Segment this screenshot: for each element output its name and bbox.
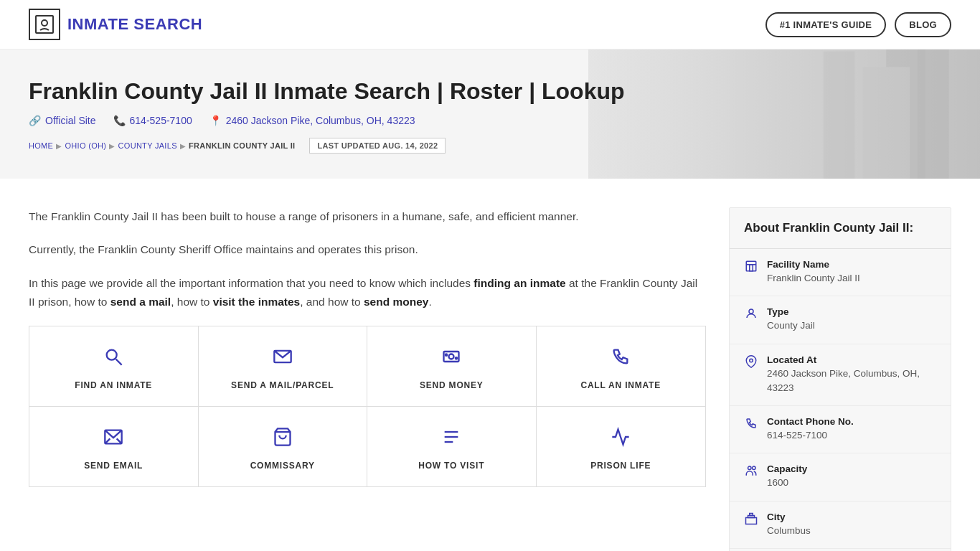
link-icon: 🔗	[29, 115, 41, 126]
prison-life-label: PRISON LIFE	[590, 461, 651, 471]
breadcrumb-home[interactable]: HOME	[29, 141, 53, 150]
about-located-at-icon	[744, 355, 758, 372]
send-mail-icon	[273, 347, 293, 372]
official-site-label: Official Site	[45, 115, 96, 126]
svg-line-7	[116, 359, 122, 365]
para3-bold4: send money	[364, 296, 428, 308]
svg-point-6	[107, 350, 117, 360]
official-site-link[interactable]: 🔗 Official Site	[29, 115, 96, 126]
find-inmate-label: FIND AN INMATE	[75, 380, 152, 390]
svg-point-12	[446, 354, 447, 356]
breadcrumb-sep2: ▶	[109, 142, 115, 150]
action-send-money[interactable]: SEND MONEY	[367, 326, 537, 407]
guide-button[interactable]: #1 INMATE'S GUIDE	[765, 12, 887, 37]
svg-point-25	[750, 359, 753, 362]
paragraph-1: The Franklin County Jail II has been bui…	[29, 207, 706, 226]
breadcrumb-sep1: ▶	[56, 142, 62, 150]
about-row-facility-name: Facility NameFranklin County Jail II	[730, 249, 951, 296]
para3-end: .	[428, 296, 431, 308]
action-commissary[interactable]: COMMISSARY	[199, 407, 368, 486]
main-layout: The Franklin County Jail II has been bui…	[0, 179, 980, 551]
hero-background	[588, 50, 980, 179]
about-rows: Facility NameFranklin County Jail IIType…	[730, 249, 951, 551]
phone-link[interactable]: 📞 614-525-7100	[113, 115, 192, 126]
how-to-visit-label: HOW TO VISIT	[418, 461, 484, 471]
send-mail-label: SEND A MAIL/PARCEL	[231, 380, 334, 390]
about-phone-content: Contact Phone No.614-525-7100	[767, 416, 854, 443]
last-updated-badge: LAST UPDATED AUG. 14, 2022	[309, 138, 446, 154]
about-located-at-content: Located At2460 Jackson Pike, Columbus, O…	[767, 354, 936, 396]
action-grid: FIND AN INMATESEND A MAIL/PARCELSEND MON…	[29, 326, 706, 487]
svg-rect-22	[750, 265, 753, 271]
svg-point-26	[748, 466, 752, 470]
about-facility-name-content: Facility NameFranklin County Jail II	[767, 259, 860, 286]
svg-rect-9	[444, 352, 459, 362]
about-box-header: About Franklin County Jail II:	[730, 208, 951, 249]
page-title: Franklin County Jail II Inmate Search | …	[29, 78, 951, 105]
logo-area[interactable]: INMATE SEARCH	[29, 9, 202, 40]
how-to-visit-icon	[441, 427, 461, 452]
about-city-label: City	[767, 512, 811, 522]
breadcrumb-ohio[interactable]: OHIO (OH)	[65, 141, 107, 150]
about-row-located-at: Located At2460 Jackson Pike, Columbus, O…	[730, 344, 951, 407]
site-header: INMATE SEARCH #1 INMATE'S GUIDE BLOG	[0, 0, 980, 50]
about-city-content: CityColumbus	[767, 512, 811, 538]
send-email-icon	[103, 427, 123, 452]
about-city-value: Columbus	[767, 524, 811, 538]
send-money-label: SEND MONEY	[420, 380, 484, 390]
para3-start: In this page we provide all the importan…	[29, 277, 473, 289]
about-capacity-icon	[744, 464, 758, 481]
svg-rect-28	[746, 517, 757, 524]
about-capacity-value: 1600	[767, 476, 807, 490]
about-row-city: CityColumbus	[730, 501, 951, 549]
logo-text: INMATE SEARCH	[67, 15, 202, 34]
svg-point-24	[749, 309, 753, 314]
svg-point-27	[753, 466, 756, 470]
commissary-icon	[273, 427, 293, 452]
svg-point-13	[456, 358, 457, 359]
about-located-at-label: Located At	[767, 354, 936, 365]
hero-meta: 🔗 Official Site 📞 614-525-7100 📍 2460 Ja…	[29, 115, 951, 126]
action-send-email[interactable]: SEND EMAIL	[29, 407, 199, 486]
phone-icon: 📞	[113, 115, 126, 126]
about-city-icon	[744, 512, 758, 529]
breadcrumb-sep3: ▶	[180, 142, 186, 150]
svg-point-1	[42, 20, 47, 26]
hero-section: Franklin County Jail II Inmate Search | …	[0, 50, 980, 179]
about-row-type: TypeCounty Jail	[730, 296, 951, 344]
hero-address: 2460 Jackson Pike, Columbus, OH, 43223	[226, 115, 415, 126]
sidebar: About Franklin County Jail II: Facility …	[729, 207, 951, 551]
blog-button[interactable]: BLOG	[895, 12, 951, 37]
svg-rect-30	[750, 513, 753, 515]
about-facility-name-label: Facility Name	[767, 259, 860, 270]
action-how-to-visit[interactable]: HOW TO VISIT	[367, 407, 537, 486]
breadcrumb-county-jails[interactable]: COUNTY JAILS	[118, 141, 177, 150]
about-facility-name-value: Franklin County Jail II	[767, 271, 860, 286]
about-located-at-value: 2460 Jackson Pike, Columbus, OH, 43223	[767, 367, 936, 396]
about-capacity-content: Capacity1600	[767, 463, 807, 490]
para3-bold1: finding an inmate	[473, 277, 565, 289]
svg-point-10	[449, 354, 454, 359]
breadcrumb: HOME ▶ OHIO (OH) ▶ COUNTY JAILS ▶ FRANKL…	[29, 138, 951, 154]
action-call-inmate[interactable]: CALL AN INMATE	[537, 326, 706, 407]
para3-bold3: visit the inmates	[213, 296, 300, 308]
about-row-phone: Contact Phone No.614-525-7100	[730, 406, 951, 453]
content-area: The Franklin County Jail II has been bui…	[29, 207, 706, 551]
commissary-label: COMMISSARY	[250, 461, 315, 471]
action-send-mail[interactable]: SEND A MAIL/PARCEL	[199, 326, 368, 407]
about-phone-icon	[744, 417, 758, 433]
about-phone-label: Contact Phone No.	[767, 416, 854, 427]
about-box: About Franklin County Jail II: Facility …	[729, 207, 951, 551]
about-row-capacity: Capacity1600	[730, 453, 951, 501]
about-capacity-label: Capacity	[767, 463, 807, 474]
paragraph-3: In this page we provide all the importan…	[29, 274, 706, 312]
svg-rect-21	[746, 261, 756, 271]
para3-bold2: send a mail	[110, 296, 171, 308]
location-icon: 📍	[209, 115, 222, 126]
logo-icon	[29, 9, 60, 40]
action-prison-life[interactable]: PRISON LIFE	[537, 407, 706, 486]
action-find-inmate[interactable]: FIND AN INMATE	[29, 326, 199, 407]
about-phone-value: 614-525-7100	[767, 428, 854, 443]
about-type-content: TypeCounty Jail	[767, 306, 815, 333]
address-info: 📍 2460 Jackson Pike, Columbus, OH, 43223	[209, 115, 415, 126]
